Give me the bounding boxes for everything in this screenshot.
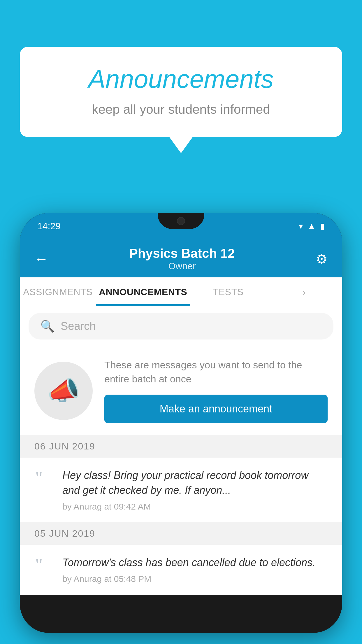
header-subtitle: Owner xyxy=(129,261,235,272)
tab-assignments[interactable]: ASSIGNMENTS xyxy=(20,277,96,306)
status-bar: 14:29 ▾ ▲ ▮ xyxy=(20,213,342,239)
announcement-item-2[interactable]: " Tomorrow's class has been cancelled du… xyxy=(20,545,342,595)
speech-bubble-subtitle: keep all your students informed xyxy=(43,102,319,117)
header-title: Physics Batch 12 xyxy=(129,246,235,261)
tab-more[interactable]: › xyxy=(266,277,342,306)
speech-bubble-tail xyxy=(169,137,193,153)
announcement-content-1: Hey class! Bring your practical record b… xyxy=(62,468,328,512)
tabs-bar: ASSIGNMENTS ANNOUNCEMENTS TESTS › xyxy=(20,277,342,306)
announcement-description: These are messages you want to send to t… xyxy=(104,358,328,386)
announcement-text-1: Hey class! Bring your practical record b… xyxy=(62,468,328,498)
tab-announcements[interactable]: ANNOUNCEMENTS xyxy=(96,277,190,306)
announcement-content-2: Tomorrow's class has been cancelled due … xyxy=(62,555,328,584)
announcement-meta-2: by Anurag at 05:48 PM xyxy=(62,574,328,584)
status-icons: ▾ ▲ ▮ xyxy=(299,221,325,231)
search-icon: 🔍 xyxy=(40,319,55,333)
app-header: ← Physics Batch 12 Owner ⚙ xyxy=(20,239,342,277)
date-separator-1: 06 JUN 2019 xyxy=(20,435,342,458)
speech-bubble-title: Announcements xyxy=(43,64,319,94)
megaphone-circle: 📣 xyxy=(34,362,93,420)
megaphone-icon: 📣 xyxy=(47,375,80,406)
notch xyxy=(158,213,204,229)
status-time: 14:29 xyxy=(37,221,61,232)
announcement-prompt-section: 📣 These are messages you want to send to… xyxy=(20,346,342,435)
announcement-right: These are messages you want to send to t… xyxy=(104,358,328,423)
announcement-text-2: Tomorrow's class has been cancelled due … xyxy=(62,555,328,570)
speech-bubble-section: Announcements keep all your students inf… xyxy=(20,47,342,153)
settings-icon[interactable]: ⚙ xyxy=(316,251,328,267)
quote-icon-1: " xyxy=(34,469,52,486)
signal-icon: ▲ xyxy=(307,221,316,231)
search-bar-container: 🔍 Search xyxy=(20,306,342,346)
camera xyxy=(177,217,185,225)
speech-bubble-card: Announcements keep all your students inf… xyxy=(20,47,342,137)
announcement-meta-1: by Anurag at 09:42 AM xyxy=(62,502,328,512)
quote-icon-2: " xyxy=(34,556,52,573)
wifi-icon: ▾ xyxy=(299,221,303,231)
search-bar[interactable]: 🔍 Search xyxy=(29,313,333,340)
announcement-item-1[interactable]: " Hey class! Bring your practical record… xyxy=(20,458,342,522)
phone-frame: 14:29 ▾ ▲ ▮ ← Physics Batch 12 Owner ⚙ A… xyxy=(20,213,342,633)
make-announcement-button[interactable]: Make an announcement xyxy=(104,395,328,423)
tab-tests[interactable]: TESTS xyxy=(190,277,266,306)
back-button[interactable]: ← xyxy=(34,251,48,267)
search-placeholder: Search xyxy=(61,320,96,332)
battery-icon: ▮ xyxy=(320,221,325,231)
phone-container: 14:29 ▾ ▲ ▮ ← Physics Batch 12 Owner ⚙ A… xyxy=(20,213,342,644)
date-separator-2: 05 JUN 2019 xyxy=(20,522,342,545)
header-title-section: Physics Batch 12 Owner xyxy=(129,246,235,272)
